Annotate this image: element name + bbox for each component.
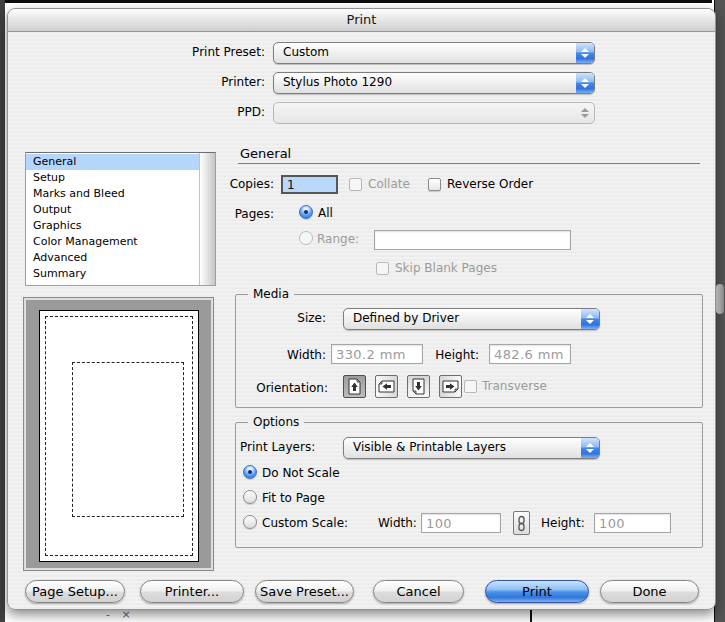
printer-button[interactable]: Printer... <box>140 580 244 603</box>
pages-label: Pages: <box>188 207 274 221</box>
size-label: Size: <box>258 311 326 325</box>
pages-range-label: Range: <box>317 232 359 246</box>
sidebar-item-marks-and-bleed[interactable]: Marks and Bleed <box>26 186 199 202</box>
media-group-title: Media <box>248 287 294 301</box>
sidebar-item-general[interactable]: General <box>26 154 199 170</box>
do-not-scale-label: Do Not Scale <box>262 466 340 480</box>
print-layers-value: Visible & Printable Layers <box>353 438 506 457</box>
print-preset-label: Print Preset: <box>88 45 265 59</box>
print-preset-popup[interactable]: Custom <box>273 42 595 64</box>
page-landscape-right-icon <box>442 379 459 394</box>
constrain-proportions-button[interactable] <box>513 511 530 535</box>
media-height-input <box>489 344 571 364</box>
media-width-input <box>331 344 423 364</box>
preview-document-page <box>72 362 184 517</box>
dialog-title: Print <box>8 12 715 27</box>
ppd-popup <box>273 102 595 124</box>
printer-label: Printer: <box>88 75 265 89</box>
page-portrait-up-icon <box>347 378 362 395</box>
popup-arrows-icon <box>576 103 594 123</box>
range-input[interactable] <box>374 230 571 250</box>
transverse-checkbox <box>464 380 477 393</box>
custom-width-label: Width: <box>378 516 417 530</box>
pages-all-radio[interactable] <box>299 205 313 219</box>
printer-value: Stylus Photo 1290 <box>283 73 392 92</box>
fit-to-page-radio[interactable] <box>243 490 257 504</box>
preview-paper <box>39 310 199 562</box>
transverse-label: Transverse <box>482 379 547 393</box>
custom-scale-label: Custom Scale: <box>262 516 348 530</box>
size-value: Defined by Driver <box>353 309 459 328</box>
orientation-portrait-flipped-button[interactable] <box>407 375 430 398</box>
ppd-label: PPD: <box>88 105 265 119</box>
background-window-divider <box>530 609 532 622</box>
sidebar-item-setup[interactable]: Setup <box>26 170 199 186</box>
orientation-label: Orientation: <box>246 381 328 395</box>
popup-arrows-icon <box>576 73 594 93</box>
popup-arrows-icon <box>581 309 599 329</box>
copies-input[interactable] <box>281 175 338 194</box>
pages-all-label: All <box>318 206 333 220</box>
general-heading: General <box>240 146 291 161</box>
page-setup-button[interactable]: Page Setup... <box>25 580 125 603</box>
popup-arrows-icon <box>576 43 594 63</box>
sidebar-item-color-management[interactable]: Color Management <box>26 234 199 250</box>
copies-label: Copies: <box>188 177 274 191</box>
pages-range-radio <box>299 231 313 245</box>
print-layers-popup[interactable]: Visible & Printable Layers <box>343 437 600 459</box>
orientation-landscape-left-button[interactable] <box>375 375 398 398</box>
skip-blank-pages-label: Skip Blank Pages <box>395 261 497 275</box>
cancel-button[interactable]: Cancel <box>373 580 464 603</box>
options-group-title: Options <box>248 415 304 429</box>
sidebar-item-graphics[interactable]: Graphics <box>26 218 199 234</box>
done-button[interactable]: Done <box>600 580 699 603</box>
print-layers-label: Print Layers: <box>240 440 315 454</box>
printer-popup[interactable]: Stylus Photo 1290 <box>273 72 595 94</box>
reverse-order-label: Reverse Order <box>447 177 533 191</box>
sidebar-item-output[interactable]: Output <box>26 202 199 218</box>
popup-arrows-icon <box>581 438 599 458</box>
fit-to-page-label: Fit to Page <box>262 491 325 505</box>
chain-link-icon <box>516 515 527 532</box>
collate-checkbox <box>349 178 362 191</box>
print-preview <box>23 297 214 571</box>
title-bar: Print <box>8 9 715 32</box>
background-scrollbar-thumb[interactable] <box>716 284 724 314</box>
page-landscape-left-icon <box>378 379 395 394</box>
do-not-scale-radio[interactable] <box>243 465 257 479</box>
media-height-label: Height: <box>423 348 479 362</box>
custom-width-input <box>421 513 501 533</box>
background-window-top-edge <box>0 0 712 3</box>
sidebar-item-summary[interactable]: Summary <box>26 266 199 282</box>
custom-height-input <box>594 513 671 533</box>
save-preset-button[interactable]: Save Preset... <box>255 580 354 603</box>
skip-blank-pages-checkbox <box>376 262 389 275</box>
media-width-label: Width: <box>248 348 326 362</box>
orientation-landscape-right-button[interactable] <box>439 375 462 398</box>
collate-label: Collate <box>368 177 410 191</box>
background-window-left-edge <box>0 0 5 622</box>
custom-height-label: Height: <box>541 516 585 530</box>
print-preset-value: Custom <box>283 43 329 62</box>
general-heading-rule <box>238 163 700 164</box>
custom-scale-radio[interactable] <box>243 515 257 529</box>
print-dialog: Print Print Preset: Custom Printer: Styl… <box>7 8 716 610</box>
print-button[interactable]: Print <box>485 580 589 603</box>
orientation-portrait-button[interactable] <box>343 375 366 398</box>
sidebar-item-advanced[interactable]: Advanced <box>26 250 199 266</box>
page-portrait-down-icon <box>411 378 426 395</box>
reverse-order-checkbox[interactable] <box>428 178 441 191</box>
size-popup[interactable]: Defined by Driver <box>343 308 600 330</box>
